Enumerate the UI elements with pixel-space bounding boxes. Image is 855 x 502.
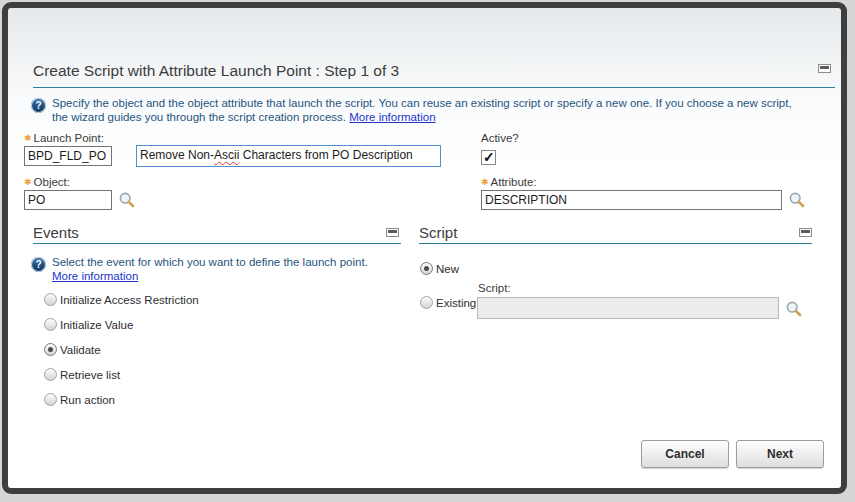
attribute-label: Attribute: xyxy=(481,176,537,188)
more-information-link[interactable]: More information xyxy=(349,111,435,123)
radio-icon[interactable] xyxy=(44,393,57,406)
cancel-button[interactable]: Cancel xyxy=(641,440,729,468)
launch-point-input[interactable] xyxy=(24,146,112,166)
object-lookup-magnifier-icon[interactable] xyxy=(118,191,136,209)
active-checkbox[interactable] xyxy=(481,150,496,165)
script-field-label: Script: xyxy=(478,282,511,294)
create-script-dialog: Create Script with Attribute Launch Poin… xyxy=(2,2,847,494)
required-icon xyxy=(24,176,34,188)
events-section-title: Events xyxy=(33,224,79,241)
title-divider xyxy=(33,87,835,88)
object-label: Object: xyxy=(24,176,70,188)
help-question-icon[interactable]: ? xyxy=(31,98,46,113)
radio-label: Existing: xyxy=(436,297,479,309)
radio-label: Run action xyxy=(60,394,115,406)
description-text-misspelled: Ascii xyxy=(214,148,239,162)
minimize-script-icon[interactable] xyxy=(799,228,812,237)
minimize-bar xyxy=(820,66,829,69)
script-option-new[interactable]: New xyxy=(420,262,459,275)
screen-background: Create Script with Attribute Launch Poin… xyxy=(0,0,855,502)
next-button[interactable]: Next xyxy=(736,440,824,468)
attribute-lookup-magnifier-icon[interactable] xyxy=(788,191,806,209)
event-option-initialize-access-restriction[interactable]: Initialize Access Restriction xyxy=(44,293,199,306)
radio-label: Initialize Value xyxy=(60,319,133,331)
dialog-intro-text: Specify the object and the object attrib… xyxy=(52,96,800,124)
event-option-validate[interactable]: Validate xyxy=(44,343,101,356)
radio-label: Validate xyxy=(60,344,101,356)
event-option-initialize-value[interactable]: Initialize Value xyxy=(44,318,133,331)
minimize-bar xyxy=(388,230,397,233)
events-intro: Select the event for which you want to d… xyxy=(52,256,368,268)
object-input[interactable] xyxy=(24,190,112,210)
launch-point-label: Launch Point: xyxy=(24,132,104,144)
radio-icon[interactable] xyxy=(44,318,57,331)
radio-icon[interactable] xyxy=(420,296,433,309)
radio-label: Retrieve list xyxy=(60,369,120,381)
script-section-title: Script xyxy=(419,224,457,241)
script-option-existing[interactable]: Existing: xyxy=(420,296,479,309)
minimize-dialog-icon[interactable] xyxy=(818,64,831,73)
minimize-events-icon[interactable] xyxy=(386,228,399,237)
radio-icon[interactable] xyxy=(44,293,57,306)
attribute-input[interactable] xyxy=(481,190,782,210)
dialog-title: Create Script with Attribute Launch Poin… xyxy=(33,62,399,80)
required-icon xyxy=(24,132,34,144)
events-intro-text: Select the event for which you want to d… xyxy=(52,255,394,283)
required-icon xyxy=(481,176,491,188)
minimize-bar xyxy=(801,230,810,233)
event-option-run-action[interactable]: Run action xyxy=(44,393,115,406)
radio-icon[interactable] xyxy=(44,343,57,356)
event-option-retrieve-list[interactable]: Retrieve list xyxy=(44,368,120,381)
radio-label: New xyxy=(436,263,459,275)
radio-icon[interactable] xyxy=(44,368,57,381)
description-text-after: Characters from PO Description xyxy=(239,148,412,162)
script-lookup-magnifier-icon[interactable] xyxy=(785,300,803,318)
radio-icon[interactable] xyxy=(420,262,433,275)
active-label: Active? xyxy=(481,132,519,144)
existing-script-input[interactable] xyxy=(477,297,779,319)
radio-label: Initialize Access Restriction xyxy=(60,294,199,306)
script-divider xyxy=(419,243,812,244)
events-divider xyxy=(33,243,401,244)
events-help-question-icon[interactable]: ? xyxy=(31,257,46,272)
launch-point-description-input[interactable]: Remove Non-Ascii Characters from PO Desc… xyxy=(136,145,441,167)
description-text-before: Remove Non- xyxy=(140,148,214,162)
events-more-information-link[interactable]: More information xyxy=(52,270,138,282)
